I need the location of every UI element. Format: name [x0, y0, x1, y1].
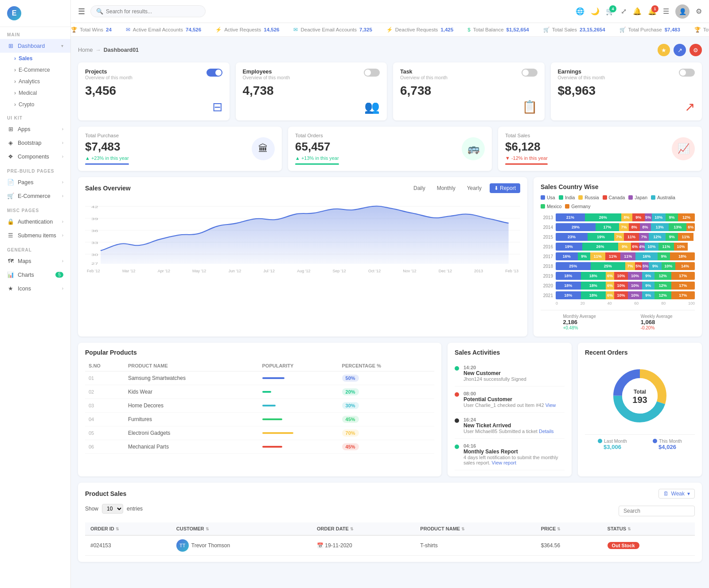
customer-avatar: TT	[176, 539, 189, 552]
bar-segment: 26%	[582, 243, 619, 251]
sidebar-item-components[interactable]: ❖ Components ›	[0, 150, 70, 163]
sidebar-item-apps[interactable]: ⊞ Apps ›	[0, 122, 70, 136]
monthly-avg-val: 2,186	[563, 319, 596, 325]
card-labels: Projects Overview of this month	[85, 69, 132, 80]
cart-icon[interactable]: 🛒4	[606, 7, 615, 15]
bar-segment: 12%	[654, 291, 671, 299]
card-labels: Task Overview of this month	[400, 69, 448, 80]
activity-link[interactable]: View	[545, 402, 556, 408]
ticker-value: 14,526	[264, 27, 279, 32]
globe-icon[interactable]: 🌐	[576, 7, 584, 15]
ticker-icon: ⚡	[386, 27, 393, 33]
search-input[interactable]	[106, 8, 200, 15]
legend-dot	[559, 195, 563, 200]
logo-icon: E	[7, 6, 21, 20]
alert-icon[interactable]: 🔔1	[648, 7, 657, 15]
country-legend: UsaIndiaRussiaCanadaJapanAustraliaMexico…	[541, 195, 695, 209]
bar-segment: 6%	[686, 223, 695, 231]
sidebar-item-sales[interactable]: Sales	[0, 53, 70, 64]
sidebar-label-apps: Apps	[18, 126, 31, 132]
bcr-share-button[interactable]: ↗	[674, 44, 686, 56]
pages-icon: 📄	[7, 179, 14, 186]
sort-icon: ⇅	[627, 527, 631, 531]
breadcrumb-current: Dashboard01	[104, 47, 139, 53]
ticker-icon: 🛒	[543, 27, 549, 33]
report-btn[interactable]: ⬇ Report	[490, 183, 520, 193]
bar-group: 29%17%7%8%8%13%13%6%	[556, 223, 695, 231]
legend-dot	[541, 204, 545, 209]
ticker-icon: ⚡	[215, 27, 222, 33]
ps-filter-btn[interactable]: 🗓 Weak ▾	[658, 489, 695, 499]
search-box[interactable]: 🔍	[90, 5, 206, 17]
sidebar-item-ecommerce2[interactable]: 🛒 E-Commerce ›	[0, 189, 70, 203]
breadcrumb-home[interactable]: Home	[78, 47, 93, 53]
charts-icon: 📊	[7, 271, 14, 278]
ticker-bar: 🏆Total Wins 24✉Active Email Accounts 74,…	[71, 23, 709, 37]
daily-btn[interactable]: Daily	[410, 184, 429, 193]
menu-toggle-icon[interactable]: ☰	[78, 7, 85, 16]
sidebar-item-icons[interactable]: ★ Icons ›	[0, 282, 70, 295]
sidebar-item-dashboard[interactable]: ⊞ Dashboard ▾	[0, 39, 70, 53]
sidebar-item-submenu[interactable]: ☰ Submenu items ›	[0, 228, 70, 242]
bar-row: 2015 23%19%7%11%7%12%9%11%	[541, 233, 695, 241]
bar-segment: 25%	[591, 262, 626, 270]
card-toggle[interactable]	[364, 69, 380, 77]
sidebar-item-charts[interactable]: 📊 Charts 5	[0, 268, 70, 282]
metric-bar	[85, 163, 129, 165]
bcr-star-button[interactable]: ★	[658, 44, 670, 56]
activity-link[interactable]: Details	[539, 429, 554, 434]
bar-segment: 18%	[581, 291, 606, 299]
sidebar-item-analytics[interactable]: Analytics	[0, 76, 70, 87]
sidebar-item-medical[interactable]: Medical	[0, 87, 70, 99]
metric-bar	[505, 163, 548, 165]
card-toggle[interactable]	[206, 69, 222, 77]
pop-bar-wrap	[262, 405, 335, 406]
cell-sno: 02	[85, 385, 125, 399]
ticker-icon: 🛒	[619, 27, 626, 33]
metric-label: Total Sales	[505, 133, 548, 138]
sidebar-item-maps[interactable]: 🗺 Maps ›	[0, 254, 70, 268]
bar-segment: 11%	[620, 252, 635, 260]
chart-title: Sales Overview	[85, 185, 131, 192]
user-avatar[interactable]: 👤	[675, 4, 690, 19]
ticker-icon: $	[467, 27, 470, 32]
entries-select[interactable]: 102550	[102, 504, 123, 514]
sidebar-item-crypto[interactable]: Crypto	[0, 99, 70, 110]
user-settings-icon[interactable]: ⚙	[696, 7, 702, 15]
notification-icon[interactable]: 🔔	[633, 7, 642, 15]
bar-year: 2016	[541, 244, 553, 249]
expand-icon[interactable]: ⤢	[621, 7, 627, 15]
monthly-btn[interactable]: Monthly	[433, 184, 459, 193]
cell-order-date: 📅 19-11-2020	[312, 535, 415, 556]
ticker-label: Total Wins	[703, 27, 709, 32]
col-sno: S.NO	[85, 360, 125, 371]
table-header-row: S.NO PRODUCT NAME POPULARITY PERCENTAGE …	[85, 360, 434, 371]
sales-overview-card: Sales Overview Daily Monthly Yearly ⬇ Re…	[78, 177, 527, 337]
bar-segment: 10%	[614, 291, 628, 299]
bcr-settings-button[interactable]: ⚙	[690, 44, 702, 56]
table-search-input[interactable]	[619, 506, 695, 516]
sidebar-item-ecommerce[interactable]: E-Commerce	[0, 64, 70, 76]
yearly-btn[interactable]: Yearly	[464, 184, 485, 193]
bar-year: 2014	[541, 225, 553, 230]
card-labels: Employees Overview of this month	[243, 69, 290, 80]
activity-link[interactable]: View report	[492, 460, 516, 465]
legend-item: Australia	[651, 195, 675, 200]
ticker-icon: 🏆	[71, 27, 77, 33]
settings-list-icon[interactable]: ☰	[663, 7, 669, 15]
moon-icon[interactable]: 🌙	[591, 7, 600, 15]
bar-segment: 6%	[606, 272, 614, 280]
country-x-axis: 020406080100	[541, 301, 695, 306]
bar-segment: 5%	[645, 213, 652, 221]
sidebar-item-pages[interactable]: 📄 Pages ›	[0, 175, 70, 189]
sidebar-item-bootstrap[interactable]: ◈ Bootstrap ›	[0, 136, 70, 150]
sidebar-label-authentication: Authentication	[18, 219, 53, 225]
card-toggle[interactable]	[679, 69, 695, 77]
metric-label: Total Purchase	[85, 133, 129, 138]
card-toggle[interactable]	[522, 69, 538, 77]
activity-desc: User Charlie_1 checked out Item #42 View	[464, 402, 556, 408]
sidebar-item-authentication[interactable]: 🔒 Authentication ›	[0, 215, 70, 228]
card-icon-wrap: 👥	[243, 100, 380, 114]
activity-content: 04:16 Monthly Sales Report 4 days left n…	[464, 443, 565, 465]
area-chart-container: 42 39 36 33 30 27 Feb '12Mar '12Apr '12M…	[85, 197, 520, 273]
